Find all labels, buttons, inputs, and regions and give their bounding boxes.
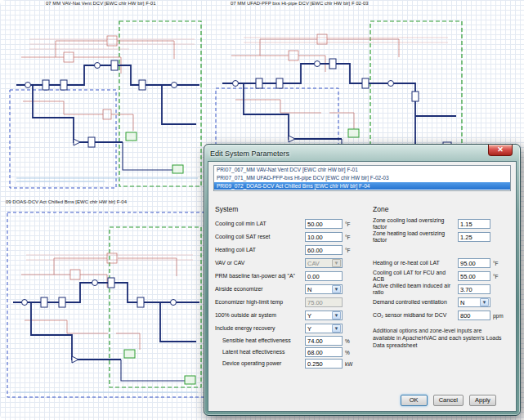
unit-label: ppm — [490, 313, 505, 319]
system-section: System Cooling coil min LAT°FCooling coi… — [215, 204, 356, 369]
field-label: Cooling coil min LAT — [215, 221, 305, 227]
dropdown-value: Y — [306, 312, 332, 319]
dropdown-airside-economizer[interactable]: N▼ — [305, 284, 343, 294]
dropdown-demand-controlled-ventilation[interactable]: N▼ — [458, 297, 490, 307]
field-label: Economizer high-limit temp — [215, 299, 305, 306]
unit-label: °F — [343, 221, 356, 227]
chevron-down-icon: ▼ — [332, 285, 341, 293]
field-label: Active chilled beam induced air ratio — [373, 283, 458, 295]
diagram-title: 07 MM VAV-Nat Vent DCV [EWC chlr HW blr]… — [46, 1, 155, 6]
chevron-down-icon: ▼ — [480, 298, 489, 306]
input-cooling-coil-sat-reset[interactable] — [305, 232, 343, 242]
param-row: Device operating powerkW — [215, 358, 356, 369]
apply-button[interactable]: Apply — [469, 395, 496, 406]
input-economizer-high-limit-temp — [305, 297, 343, 307]
unit-label: °F — [490, 261, 505, 266]
edit-system-parameters-dialog: Edit System Parameters ✕ PRI07_067_MM VA… — [204, 144, 521, 416]
input-zone-cooling-load-oversizing-factor[interactable] — [458, 219, 490, 229]
param-row: Demand controlled ventilationN▼ — [373, 296, 505, 309]
param-row: Zone heating load oversizing factor — [373, 230, 505, 244]
unit-label: °F — [343, 235, 356, 240]
field-label: CO₂ sensor midband for DCV — [373, 312, 458, 319]
unit-label: °F — [343, 248, 356, 253]
system-rows: Cooling coil min LAT°FCooling coil SAT r… — [215, 217, 356, 369]
field-label: Device operating power — [215, 360, 305, 367]
field-label: 100% outside air system — [215, 312, 305, 319]
param-row: VAV or CAVCAV▼ — [215, 257, 356, 270]
schematic-diagram-3[interactable] — [5, 206, 209, 404]
dropdown-100-outside-air-system[interactable]: Y▼ — [305, 311, 343, 320]
param-row: Cooling coil min LAT°F — [215, 217, 356, 230]
param-row: Include energy recoveryY▼ — [215, 322, 356, 335]
param-row: PRM baseline fan-power adj "A" — [215, 270, 356, 283]
system-list-item[interactable]: PRI07_067_MM VAV-Nat Vent DCV [EWC chlr … — [214, 166, 510, 174]
system-list-item[interactable]: PRI07_071_MM UFAD-PFP-bxs Ht-pipe DCV [E… — [214, 174, 510, 182]
field-label: Heating or re-heat coil LAT — [373, 260, 458, 266]
unit-label: % — [343, 350, 356, 355]
section-heading-system: System — [215, 204, 356, 217]
unit-label: kW — [343, 361, 356, 367]
field-label: Cooling coil LAT for FCU and ACB — [373, 270, 458, 282]
param-row: CO₂ sensor midband for DCVppm — [373, 309, 505, 322]
field-label: Include energy recovery — [215, 325, 305, 332]
diagram-title: 09 DOAS-DCV Act Chilled Bms [EWC chlr HW… — [6, 199, 127, 204]
section-heading-zone: Zone — [373, 204, 505, 217]
input-latent-heat-effectiveness[interactable] — [305, 347, 343, 357]
param-row: Heating coil LAT°F — [215, 244, 356, 257]
input-zone-heating-load-oversizing-factor[interactable] — [458, 232, 490, 242]
system-list[interactable]: PRI07_067_MM VAV-Nat Vent DCV [EWC chlr … — [213, 165, 511, 191]
param-row: Active chilled beam induced air ratio — [373, 283, 505, 296]
param-row: Economizer high-limit temp — [215, 296, 356, 309]
close-icon: ✕ — [497, 145, 504, 154]
unit-label: % — [343, 338, 356, 344]
input-heating-coil-lat[interactable] — [305, 245, 343, 255]
dropdown-include-energy-recovery[interactable]: Y▼ — [305, 324, 343, 333]
input-prm-baseline-fan-power-adj-a[interactable] — [305, 271, 343, 281]
dropdown-value: CAV — [306, 260, 332, 267]
ok-button[interactable]: OK — [401, 395, 428, 406]
dropdown-value: N — [459, 299, 480, 306]
close-button[interactable]: ✕ — [488, 145, 513, 156]
input-sensible-heat-effectiveness[interactable] — [305, 336, 343, 346]
note-text: Additional options and zone-level inputs… — [373, 327, 502, 349]
system-list-item[interactable]: PRI09_072_DOAS-DCV Act Chilled Bms [EWC … — [214, 182, 510, 190]
input-device-operating-power[interactable] — [305, 359, 343, 369]
field-label: Heating coil LAT — [215, 247, 305, 253]
spacer — [373, 244, 505, 257]
param-row: Cooling coil LAT for FCU and ACB°F — [373, 270, 505, 283]
param-row: Zone cooling load oversizing factor — [373, 217, 505, 230]
input-heating-or-re-heat-coil-lat[interactable] — [458, 258, 490, 268]
param-row: Heating or re-heat coil LAT°F — [373, 257, 505, 270]
field-label: Zone cooling load oversizing factor — [373, 217, 458, 230]
dropdown-value: N — [306, 286, 332, 293]
dialog-titlebar[interactable]: Edit System Parameters ✕ — [208, 148, 517, 161]
unit-label: °F — [490, 274, 505, 279]
param-row: 100% outside air systemY▼ — [215, 309, 356, 322]
param-row: Sensible heat effectiveness% — [215, 335, 356, 346]
schematic-diagram-1[interactable] — [7, 10, 207, 194]
input-active-chilled-beam-induced-air-ratio[interactable] — [458, 284, 490, 294]
field-label: Zone heating load oversizing factor — [373, 230, 458, 243]
cancel-button[interactable]: Cancel — [433, 395, 464, 406]
zone-section: Zone Zone cooling load oversizing factor… — [373, 204, 505, 349]
chevron-down-icon: ▼ — [332, 311, 341, 319]
param-row: Airside economizerN▼ — [215, 283, 356, 296]
diagram-title: 07 MM UFAD-PFP bxs Ht-pipe DCV [EWC chlr… — [231, 1, 369, 6]
field-label: PRM baseline fan-power adj "A" — [215, 273, 305, 279]
field-label: Demand controlled ventilation — [373, 299, 458, 306]
param-row: Cooling coil SAT reset°F — [215, 230, 356, 244]
field-label: Cooling coil SAT reset — [215, 234, 305, 240]
input-cooling-coil-min-lat[interactable] — [305, 219, 343, 229]
dialog-title: Edit System Parameters — [208, 148, 517, 160]
zone-rows: Zone cooling load oversizing factorZone … — [373, 217, 505, 322]
field-label: VAV or CAV — [215, 260, 305, 266]
chevron-down-icon: ▼ — [332, 324, 341, 333]
chevron-down-icon: ▼ — [332, 259, 341, 267]
input-co-sensor-midband-for-dcv[interactable] — [458, 311, 490, 320]
field-label: Sensible heat effectiveness — [215, 337, 305, 344]
param-row: Latent heat effectiveness% — [215, 346, 356, 358]
field-label: Airside economizer — [215, 286, 305, 293]
dropdown-value: Y — [306, 325, 332, 333]
input-cooling-coil-lat-for-fcu-and-acb[interactable] — [458, 271, 490, 281]
field-label: Latent heat effectiveness — [215, 349, 305, 355]
